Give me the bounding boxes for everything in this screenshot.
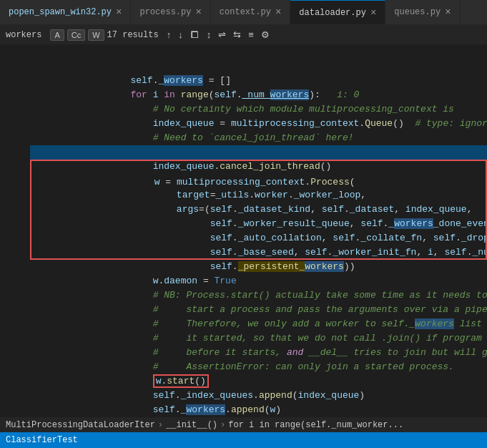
toolbar: workers A Cc W 17 results ↑ ↓ ⧠ ↕ ⇌ ⇆ ≡ … <box>0 25 487 45</box>
tab-label: context.py <box>220 7 271 17</box>
tab-context[interactable]: context.py × <box>211 0 290 24</box>
match-word-btn[interactable]: Cc <box>67 29 85 41</box>
code-lines: self._workers = [] for i in range(self._… <box>30 45 487 417</box>
toggle-replace-btn[interactable]: ⧠ <box>188 28 202 42</box>
code-line <box>30 45 487 59</box>
code-line: # before it starts, and __del__ tries to… <box>30 331 487 346</box>
tab-queues[interactable]: queues.py × <box>385 0 460 24</box>
breadcrumb-sep-1: › <box>158 420 163 430</box>
code-line: index_queue = multiprocessing_context.Qu… <box>30 102 487 117</box>
code-line: # it started, so that we do not call .jo… <box>30 317 487 331</box>
tab-popen[interactable]: popen_spawn_win32.py × <box>0 0 131 24</box>
regex-btn[interactable]: W <box>88 29 104 41</box>
code-line: args=(self._dataset_kind, self._dataset,… <box>30 188 487 203</box>
code-line: # Therefore, we only add a worker to sel… <box>30 303 487 317</box>
code-line: # NB: Process.start() actually take some… <box>30 274 487 288</box>
match-case-btn[interactable]: A <box>50 29 64 41</box>
code-line: self._workers.append(w) <box>30 389 487 403</box>
code-line: # No certainty which module multiprocess… <box>30 88 487 102</box>
next-result-btn[interactable]: ↓ <box>176 28 185 42</box>
classifier-test[interactable]: ClassifierTest <box>6 435 78 445</box>
tab-close[interactable]: × <box>275 7 281 17</box>
btn3[interactable]: ⇆ <box>231 28 243 42</box>
tab-close[interactable]: × <box>195 7 201 17</box>
code-line: index_queue.cancel_join_thread() <box>30 145 487 160</box>
code-line: self._persistent_workers)) <box>30 245 487 260</box>
code-line: self._auto_collation, self._collate_fn, … <box>30 217 487 231</box>
tab-close[interactable]: × <box>445 7 451 17</box>
code-line: # start a process and pass the arguments… <box>30 288 487 303</box>
tab-label: queues.py <box>394 7 441 17</box>
code-line: w.start() <box>30 360 487 374</box>
code-line: self._worker_result_queue, self._workers… <box>30 203 487 217</box>
lines-gutter <box>0 45 30 417</box>
filter-btn[interactable]: ≡ <box>246 28 256 42</box>
tab-label: dataloader.py <box>299 8 366 18</box>
search-label: workers <box>6 30 41 40</box>
prev-result-btn[interactable]: ↑ <box>164 28 174 42</box>
breadcrumb-sep-2: › <box>220 420 225 430</box>
breadcrumb: MultiProcessingDataLoaderIter › __init__… <box>0 417 487 432</box>
code-line: # AssertionError: can only join a starte… <box>30 346 487 360</box>
code-line: # Need to `cancel_join_thread` here! <box>30 117 487 131</box>
btn2[interactable]: ⇌ <box>216 28 228 42</box>
expand-btn[interactable]: ↕ <box>205 28 214 42</box>
tab-label: popen_spawn_win32.py <box>9 7 112 17</box>
status-bar: ClassifierTest <box>0 432 487 448</box>
breadcrumb-item-3[interactable]: for i in range(self._num_worker... <box>228 420 403 430</box>
code-line: w = multiprocessing_context.Process( <box>30 160 487 174</box>
results-count: 17 results <box>107 30 159 40</box>
tab-label: process.py <box>139 7 191 17</box>
tab-bar: popen_spawn_win32.py × process.py × cont… <box>0 0 487 25</box>
settings-btn[interactable]: ⚙ <box>259 28 272 42</box>
code-line: self._base_seed, self._worker_init_fn, i… <box>30 231 487 245</box>
code-line: for i in range(self._num_workers): i: 0 <box>30 74 487 88</box>
code-line: # See sections (2) and (3b) above. <box>30 131 487 145</box>
code-line: w.daemon = True <box>30 260 487 274</box>
code-line: self._index_queues.append(index_queue) <box>30 374 487 389</box>
breadcrumb-item-1[interactable]: MultiProcessingDataLoaderIter <box>6 420 155 430</box>
breadcrumb-item-2[interactable]: __init__() <box>166 420 217 430</box>
code-line: target=_utils.worker._worker_loop, <box>30 174 487 188</box>
tab-process[interactable]: process.py × <box>131 0 210 24</box>
code-line: self._workers = [] <box>30 59 487 74</box>
tab-dataloader[interactable]: dataloader.py × <box>290 0 385 24</box>
tab-close[interactable]: × <box>370 8 376 18</box>
editor: self._workers = [] for i in range(self._… <box>0 45 487 417</box>
tab-close[interactable]: × <box>116 7 122 17</box>
